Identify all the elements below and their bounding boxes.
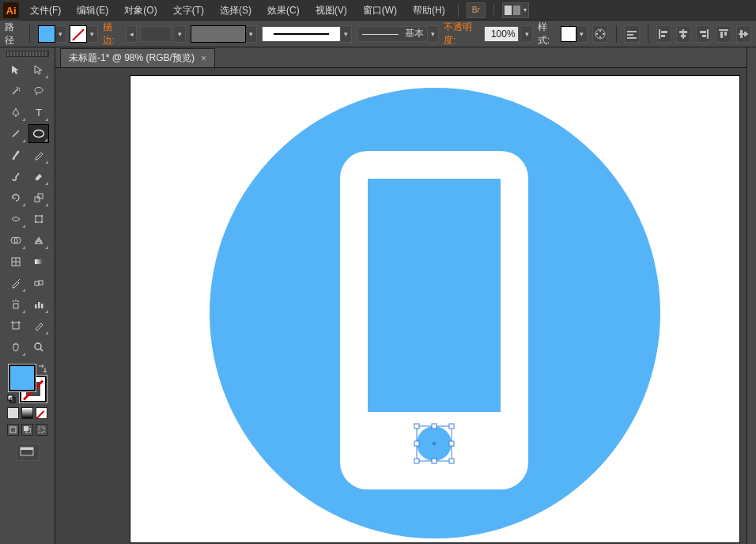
panel-grip[interactable]: [6, 51, 49, 57]
magic-wand-tool[interactable]: [6, 81, 26, 100]
menu-object[interactable]: 对象(O): [116, 0, 164, 21]
svg-point-6: [603, 32, 604, 34]
opacity-label[interactable]: 不透明度:: [444, 21, 478, 47]
hand-tool[interactable]: [6, 338, 26, 357]
perspective-grid-tool[interactable]: [28, 231, 49, 250]
opacity-field[interactable]: 100%: [484, 26, 519, 42]
gradient-tool[interactable]: [28, 252, 49, 271]
pen-tool[interactable]: [6, 103, 26, 122]
close-tab-icon[interactable]: ×: [201, 53, 206, 64]
stroke-definition[interactable]: [262, 26, 341, 42]
menu-view[interactable]: 视图(V): [308, 0, 355, 21]
align-left-icon[interactable]: [656, 25, 671, 43]
zoom-tool[interactable]: [28, 338, 49, 357]
artwork-phone-screen[interactable]: [368, 179, 501, 412]
recolor-artwork-icon[interactable]: [592, 25, 607, 43]
lasso-tool[interactable]: [28, 81, 49, 100]
color-mode-row: [7, 407, 47, 419]
opacity-dropdown[interactable]: ▾: [522, 25, 533, 43]
blob-brush-tool[interactable]: [6, 167, 26, 186]
align-right-icon[interactable]: [696, 25, 711, 43]
align-top-icon[interactable]: [716, 25, 731, 43]
draw-normal-icon[interactable]: [7, 424, 19, 436]
color-mode-solid[interactable]: [7, 407, 19, 419]
brush-dropdown[interactable]: ▾: [428, 25, 439, 43]
artwork-svg: [130, 76, 739, 542]
shape-builder-tool[interactable]: [6, 231, 26, 250]
svg-point-37: [41, 221, 43, 223]
align-panel-icon[interactable]: [624, 25, 639, 43]
align-hcenter-icon[interactable]: [676, 25, 691, 43]
menu-separator: [493, 4, 494, 17]
color-mode-gradient[interactable]: [21, 407, 33, 419]
svg-rect-25: [740, 30, 743, 38]
draw-inside-icon[interactable]: [36, 424, 47, 436]
eyedropper-tool[interactable]: [6, 274, 26, 293]
color-mode-none[interactable]: [36, 407, 47, 419]
svg-rect-52: [41, 304, 43, 308]
stroke-weight-field[interactable]: [140, 26, 172, 42]
stroke-type-group: ▾: [262, 25, 352, 43]
stroke-weight-decrease[interactable]: ◂: [126, 25, 137, 43]
stroke-profile[interactable]: [191, 25, 246, 43]
screen-mode-button[interactable]: [16, 444, 40, 461]
eraser-tool[interactable]: [28, 167, 49, 186]
svg-point-58: [35, 343, 41, 349]
stroke-label[interactable]: 描边:: [103, 21, 122, 47]
direct-selection-tool[interactable]: [28, 60, 49, 79]
svg-point-35: [41, 215, 43, 217]
stroke-profile-dropdown[interactable]: ▾: [246, 25, 257, 43]
stroke-swatch-dropdown[interactable]: ▾: [87, 25, 98, 43]
menu-help[interactable]: 帮助(H): [405, 0, 453, 21]
menu-window[interactable]: 窗口(W): [355, 0, 405, 21]
artboard[interactable]: [130, 76, 739, 542]
stroke-definition-dropdown[interactable]: ▾: [341, 25, 352, 43]
brush-definition[interactable]: 基本: [357, 26, 428, 42]
pencil-tool[interactable]: [28, 145, 49, 164]
paintbrush-tool[interactable]: [6, 145, 26, 164]
draw-behind-icon[interactable]: [21, 424, 33, 436]
width-tool[interactable]: [6, 210, 26, 229]
svg-rect-18: [707, 29, 709, 39]
fill-swatch-dropdown[interactable]: ▾: [55, 25, 66, 43]
menu-edit[interactable]: 编辑(E): [69, 0, 116, 21]
artboard-tool[interactable]: [6, 316, 26, 335]
fill-stroke-indicator[interactable]: [7, 363, 48, 404]
align-vcenter-icon[interactable]: [736, 25, 751, 43]
fill-indicator[interactable]: [9, 365, 36, 391]
blend-tool[interactable]: [28, 274, 49, 293]
symbol-sprayer-tool[interactable]: [6, 295, 26, 314]
mesh-tool[interactable]: [6, 252, 26, 271]
canvas[interactable]: [55, 68, 747, 544]
document-tab-bar: 未标题-1* @ 98% (RGB/预览) ×: [55, 47, 747, 68]
swap-fill-stroke-icon[interactable]: [37, 363, 48, 374]
default-fill-stroke-icon[interactable]: [7, 395, 17, 404]
menu-type[interactable]: 文字(T): [165, 0, 212, 21]
stroke-swatch[interactable]: [70, 25, 87, 43]
separator: [648, 25, 648, 43]
scale-tool[interactable]: [28, 188, 49, 207]
bridge-button[interactable]: Br: [467, 2, 486, 18]
document-tab[interactable]: 未标题-1* @ 98% (RGB/预览) ×: [60, 48, 215, 67]
rotate-tool[interactable]: [6, 188, 26, 207]
svg-point-34: [35, 215, 36, 217]
svg-text:T: T: [36, 107, 42, 118]
type-tool[interactable]: T: [28, 103, 49, 122]
stroke-weight-dropdown[interactable]: ▾: [175, 25, 186, 43]
workspace-switcher[interactable]: ▾: [502, 2, 529, 18]
graphic-style-swatch[interactable]: [561, 26, 576, 42]
fill-swatch-group: ▾ ▾: [38, 25, 98, 43]
menu-file[interactable]: 文件(F): [22, 0, 69, 21]
graphic-style-dropdown[interactable]: ▾: [576, 25, 588, 43]
right-panel-strip[interactable]: [747, 47, 756, 544]
free-transform-tool[interactable]: [28, 210, 49, 229]
menu-select[interactable]: 选择(S): [212, 0, 259, 21]
fill-swatch[interactable]: [38, 25, 55, 43]
column-graph-tool[interactable]: [28, 295, 49, 314]
menu-effect[interactable]: 效果(C): [259, 0, 308, 21]
ellipse-tool[interactable]: [28, 124, 49, 143]
selection-tool[interactable]: [6, 60, 26, 79]
svg-rect-33: [36, 216, 42, 222]
slice-tool[interactable]: [28, 316, 49, 335]
line-tool[interactable]: [6, 124, 26, 143]
